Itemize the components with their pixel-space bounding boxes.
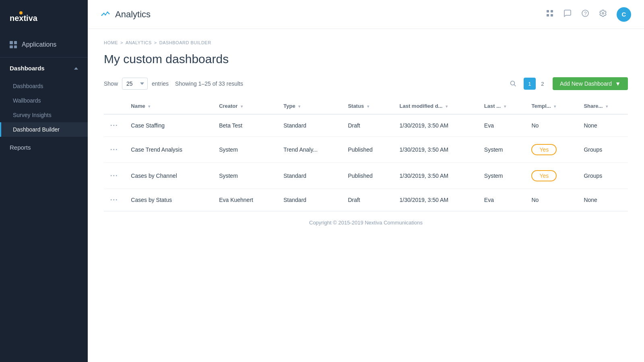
- row-status: Published: [341, 163, 393, 189]
- dashboards-section-label: Dashboards: [10, 65, 45, 72]
- row-creator: System: [213, 137, 277, 163]
- results-info: Showing 1–25 of 33 results: [175, 80, 243, 87]
- row-last: Eva: [478, 114, 525, 137]
- row-name[interactable]: Cases by Channel: [124, 163, 213, 189]
- search-button[interactable]: [507, 77, 520, 90]
- sidebar-applications[interactable]: Applications: [0, 32, 88, 58]
- chevron-up-icon: [74, 67, 78, 70]
- row-share: None: [577, 189, 628, 211]
- user-avatar[interactable]: C: [617, 7, 631, 22]
- main-content: Analytics ?: [88, 0, 644, 362]
- sidebar: nextiva Applications Dashboards Dashboar…: [0, 0, 88, 362]
- chat-icon[interactable]: [564, 9, 572, 19]
- col-actions: [104, 98, 124, 114]
- svg-point-5: [107, 11, 108, 12]
- sidebar-item-wallboards[interactable]: Wallboards: [0, 93, 88, 108]
- row-last-modified: 1/30/2019, 3:50 AM: [393, 137, 478, 163]
- nextiva-logo: nextiva: [10, 9, 54, 23]
- topbar-left: Analytics: [101, 8, 151, 21]
- row-last: System: [478, 137, 525, 163]
- row-share: None: [577, 114, 628, 137]
- row-last: Eva: [478, 189, 525, 211]
- controls-right: 1 2 Add New Dashboard ▼: [507, 77, 628, 90]
- row-last-modified: 1/30/2019, 3:50 AM: [393, 189, 478, 211]
- settings-icon[interactable]: [599, 9, 607, 19]
- template-cell: No: [525, 114, 577, 137]
- table-header: Name ▾ Creator ▾ Type ▾ Status ▾ Last mo…: [104, 98, 628, 114]
- page-2-button[interactable]: 2: [537, 78, 549, 90]
- row-type: Standard: [277, 163, 341, 189]
- sidebar-item-reports[interactable]: Reports: [0, 137, 88, 158]
- topbar-title: Analytics: [115, 9, 151, 20]
- topbar: Analytics ?: [88, 0, 644, 29]
- add-dashboard-button[interactable]: Add New Dashboard ▼: [553, 77, 628, 90]
- row-status: Draft: [341, 114, 393, 137]
- row-menu[interactable]: ···: [104, 114, 124, 137]
- row-name[interactable]: Case Trend Analysis: [124, 137, 213, 163]
- svg-point-4: [105, 14, 106, 15]
- dashboards-section-header[interactable]: Dashboards: [0, 58, 88, 79]
- sidebar-item-survey-insights[interactable]: Survey Insights: [0, 108, 88, 122]
- entries-label: entries: [152, 80, 169, 87]
- table-body: ··· Case Staffing Beta Test Standard Dra…: [104, 114, 628, 211]
- svg-text:?: ?: [584, 11, 587, 16]
- page-1-button[interactable]: 1: [524, 78, 536, 90]
- table-row[interactable]: ··· Cases by Channel System Standard Pub…: [104, 163, 628, 189]
- template-cell: Yes: [525, 163, 577, 189]
- dashboards-table: Name ▾ Creator ▾ Type ▾ Status ▾ Last mo…: [104, 98, 628, 211]
- breadcrumb-home[interactable]: HOME: [104, 40, 118, 45]
- template-cell: Yes: [525, 137, 577, 163]
- sidebar-item-dashboards[interactable]: Dashboards: [0, 79, 88, 93]
- breadcrumb-analytics[interactable]: ANALYTICS: [126, 40, 152, 45]
- col-last[interactable]: Last ... ▾: [478, 98, 525, 114]
- svg-rect-9: [547, 14, 549, 16]
- col-creator[interactable]: Creator ▾: [213, 98, 277, 114]
- col-status[interactable]: Status ▾: [341, 98, 393, 114]
- svg-point-2: [101, 14, 103, 16]
- col-type[interactable]: Type ▾: [277, 98, 341, 114]
- col-name[interactable]: Name ▾: [124, 98, 213, 114]
- table-wrapper: Name ▾ Creator ▾ Type ▾ Status ▾ Last mo…: [104, 98, 628, 211]
- svg-point-3: [103, 12, 105, 14]
- row-type: Standard: [277, 114, 341, 137]
- pagination: 1 2: [524, 78, 549, 90]
- breadcrumb-current: DASHBOARD BUILDER: [159, 40, 211, 45]
- table-row[interactable]: ··· Case Staffing Beta Test Standard Dra…: [104, 114, 628, 137]
- row-share: Groups: [577, 137, 628, 163]
- page-title: My custom dashboards: [104, 52, 628, 66]
- help-icon[interactable]: ?: [581, 9, 589, 19]
- svg-rect-8: [551, 10, 553, 12]
- row-name[interactable]: Case Staffing: [124, 114, 213, 137]
- row-share: Groups: [577, 163, 628, 189]
- analytics-icon: [101, 8, 110, 21]
- col-share[interactable]: Share... ▾: [577, 98, 628, 114]
- footer-text: Copyright © 2015-2019 Nextiva Communicat…: [309, 220, 423, 226]
- entries-select[interactable]: 25 10 50 100: [122, 78, 148, 90]
- row-menu[interactable]: ···: [104, 189, 124, 211]
- row-name[interactable]: Cases by Status: [124, 189, 213, 211]
- row-type: Trend Analy...: [277, 137, 341, 163]
- applications-label: Applications: [22, 41, 56, 48]
- grid-icon-topbar[interactable]: [546, 9, 554, 19]
- row-status: Draft: [341, 189, 393, 211]
- content-area: HOME > ANALYTICS > DASHBOARD BUILDER My …: [88, 29, 644, 362]
- sidebar-item-dashboard-builder[interactable]: Dashboard Builder: [0, 122, 88, 137]
- row-last-modified: 1/30/2019, 3:50 AM: [393, 163, 478, 189]
- controls-left: Show 25 10 50 100 entries Showing 1–25 o…: [104, 78, 243, 90]
- svg-text:nextiva: nextiva: [10, 14, 38, 23]
- svg-rect-10: [551, 14, 553, 16]
- row-menu[interactable]: ···: [104, 137, 124, 163]
- row-menu[interactable]: ···: [104, 163, 124, 189]
- row-creator: Beta Test: [213, 114, 277, 137]
- col-last-modified[interactable]: Last modified d... ▾: [393, 98, 478, 114]
- breadcrumb: HOME > ANALYTICS > DASHBOARD BUILDER: [104, 40, 628, 45]
- col-template[interactable]: Templ... ▾: [525, 98, 577, 114]
- table-row[interactable]: ··· Case Trend Analysis System Trend Ana…: [104, 137, 628, 163]
- show-label: Show: [104, 80, 118, 87]
- svg-rect-7: [547, 10, 549, 12]
- grid-icon: [10, 41, 17, 48]
- row-creator: System: [213, 163, 277, 189]
- table-row[interactable]: ··· Cases by Status Eva Kuehnert Standar…: [104, 189, 628, 211]
- svg-point-6: [109, 13, 110, 14]
- dashboards-sub-items: Dashboards Wallboards Survey Insights Da…: [0, 79, 88, 137]
